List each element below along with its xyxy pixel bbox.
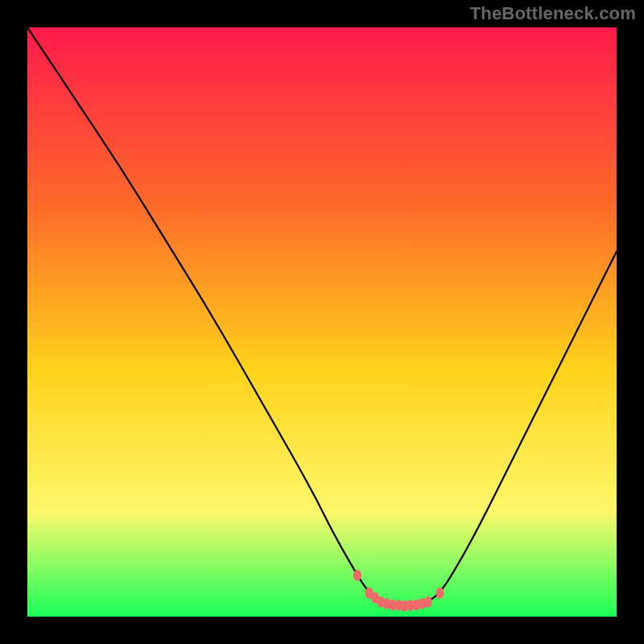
marker-dot: [424, 597, 432, 608]
marker-dot: [436, 588, 444, 599]
marker-dot: [353, 570, 361, 581]
chart-frame: TheBottleneck.com: [0, 0, 644, 644]
plot-area: [27, 27, 617, 617]
watermark-text: TheBottleneck.com: [470, 3, 636, 24]
gradient-background: [27, 27, 617, 617]
plot-svg: [27, 27, 617, 617]
